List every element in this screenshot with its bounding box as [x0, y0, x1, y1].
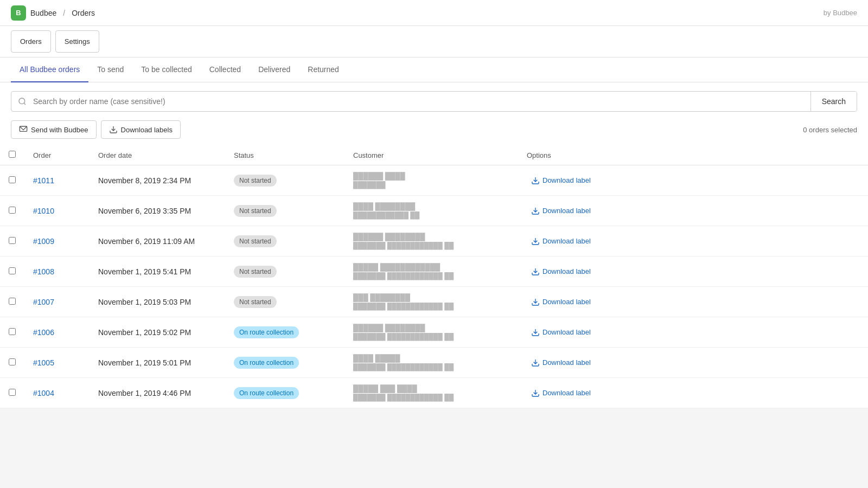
- download-label-text: Download label: [542, 389, 591, 397]
- customer-address-1009: ███████ ████████████ ██: [353, 242, 509, 249]
- order-link-1005[interactable]: #1005: [33, 358, 54, 367]
- orders-nav-button[interactable]: Orders: [11, 30, 51, 53]
- row-checkbox-1007[interactable]: [9, 298, 16, 305]
- download-label-button-1009[interactable]: Download label: [527, 235, 595, 248]
- row-checkbox-1006[interactable]: [9, 328, 16, 335]
- customer-address-1007: ███████ ████████████ ██: [353, 303, 509, 310]
- order-link-1011[interactable]: #1011: [33, 176, 54, 185]
- status-badge-1010: Not started: [234, 205, 277, 217]
- order-link-1009[interactable]: #1009: [33, 237, 54, 246]
- tab-collected[interactable]: Collected: [201, 57, 250, 82]
- row-checkbox-1005[interactable]: [9, 358, 16, 365]
- download-labels-button[interactable]: Download labels: [101, 120, 181, 139]
- download-icon: [531, 237, 540, 246]
- table-header-row: Order Order date Status Customer Options: [0, 145, 868, 165]
- tab-to-be-collected[interactable]: To be collected: [132, 57, 200, 82]
- row-checkbox-cell: [0, 317, 24, 348]
- row-customer: ██████ ████████ ███████ ████████████ ██: [344, 317, 518, 348]
- download-icon: [531, 176, 540, 185]
- table-row: #1009 November 6, 2019 11:09 AM Not star…: [0, 226, 868, 256]
- header-checkbox-cell: [0, 145, 24, 165]
- download-label-text: Download label: [542, 237, 591, 245]
- row-customer: █████ ███ ████ ███████ ████████████ ██: [344, 378, 518, 408]
- download-icon: [531, 267, 540, 276]
- row-order-date: November 8, 2019 2:34 PM: [90, 165, 225, 196]
- row-customer: ███ ████████ ███████ ████████████ ██: [344, 287, 518, 317]
- row-checkbox-1009[interactable]: [9, 237, 16, 244]
- tab-all-budbee-orders[interactable]: All Budbee orders: [11, 57, 88, 82]
- customer-name-1004: █████ ███ ████: [353, 384, 509, 393]
- svg-line-1: [24, 103, 25, 105]
- header-options: Options: [518, 145, 868, 165]
- send-icon: [19, 125, 28, 134]
- download-label-text: Download label: [542, 267, 591, 275]
- customer-name-1011: ██████ ████: [353, 172, 509, 180]
- page-title: Orders: [72, 9, 95, 17]
- order-link-1004[interactable]: #1004: [33, 389, 54, 397]
- page-container: All Budbee orders To send To be collecte…: [0, 57, 868, 408]
- table-row: #1005 November 1, 2019 5:01 PM On route …: [0, 348, 868, 378]
- customer-name-1007: ███ ████████: [353, 293, 509, 301]
- row-order-num: #1006: [24, 317, 90, 348]
- row-order-date: November 1, 2019 4:46 PM: [90, 378, 225, 408]
- select-all-checkbox[interactable]: [9, 151, 16, 158]
- download-label-text: Download label: [542, 176, 591, 184]
- row-status: On route collection: [225, 378, 344, 408]
- download-label-button-1006[interactable]: Download label: [527, 326, 595, 339]
- download-label-text: Download label: [542, 328, 591, 336]
- tab-to-send[interactable]: To send: [88, 57, 132, 82]
- row-checkbox-cell: [0, 196, 24, 226]
- tab-returned[interactable]: Returned: [299, 57, 348, 82]
- topbar-by: by Budbee: [824, 9, 857, 17]
- row-order-date: November 1, 2019 5:01 PM: [90, 348, 225, 378]
- download-label-button-1011[interactable]: Download label: [527, 174, 595, 187]
- topbar: B Budbee / Orders by Budbee: [0, 0, 868, 26]
- row-order-num: #1005: [24, 348, 90, 378]
- order-link-1010[interactable]: #1010: [33, 207, 54, 215]
- customer-address-1008: ███████ ████████████ ██: [353, 272, 509, 280]
- status-badge-1007: Not started: [234, 296, 277, 308]
- customer-name-1005: ████ █████: [353, 354, 509, 362]
- customer-address-1010: ████████████ ██: [353, 211, 509, 219]
- row-checkbox-1004[interactable]: [9, 389, 16, 396]
- customer-name-1008: █████ ████████████: [353, 263, 509, 271]
- row-order-date: November 1, 2019 5:03 PM: [90, 287, 225, 317]
- download-icon: [531, 358, 540, 367]
- order-link-1006[interactable]: #1006: [33, 328, 54, 337]
- row-status: Not started: [225, 226, 344, 256]
- header-order: Order: [24, 145, 90, 165]
- status-badge-1006: On route collection: [234, 326, 299, 338]
- main-nav: Orders Settings: [0, 26, 868, 57]
- search-input[interactable]: [33, 92, 810, 111]
- download-label-button-1007[interactable]: Download label: [527, 296, 595, 309]
- order-link-1008[interactable]: #1008: [33, 267, 54, 276]
- order-link-1007[interactable]: #1007: [33, 298, 54, 306]
- download-label-button-1005[interactable]: Download label: [527, 356, 595, 369]
- row-customer: ██████ ████████ ███████ ████████████ ██: [344, 226, 518, 256]
- row-checkbox-cell: [0, 256, 24, 287]
- customer-address-1004: ███████ ████████████ ██: [353, 394, 509, 401]
- download-label-button-1008[interactable]: Download label: [527, 265, 595, 278]
- customer-address-1005: ███████ ████████████ ██: [353, 363, 509, 371]
- download-label-button-1004[interactable]: Download label: [527, 387, 595, 400]
- tab-delivered[interactable]: Delivered: [250, 57, 299, 82]
- row-checkbox-1011[interactable]: [9, 176, 16, 183]
- customer-name-1009: ██████ ████████: [353, 233, 509, 241]
- customer-address-1011: ███████: [353, 181, 509, 189]
- status-badge-1004: On route collection: [234, 387, 299, 399]
- row-checkbox-1010[interactable]: [9, 207, 16, 214]
- search-button[interactable]: Search: [810, 92, 857, 111]
- send-with-budbee-button[interactable]: Send with Budbee: [11, 120, 97, 139]
- row-checkbox-cell: [0, 165, 24, 196]
- orders-table: Order Order date Status Customer Options: [0, 145, 868, 408]
- row-order-num: #1008: [24, 256, 90, 287]
- row-checkbox-1008[interactable]: [9, 267, 16, 274]
- settings-nav-button[interactable]: Settings: [55, 30, 99, 53]
- download-label-button-1010[interactable]: Download label: [527, 204, 595, 217]
- breadcrumb-separator: /: [63, 9, 65, 17]
- row-options: Download label: [518, 317, 868, 348]
- status-badge-1005: On route collection: [234, 357, 299, 369]
- row-checkbox-cell: [0, 226, 24, 256]
- row-status: Not started: [225, 287, 344, 317]
- row-options: Download label: [518, 378, 868, 408]
